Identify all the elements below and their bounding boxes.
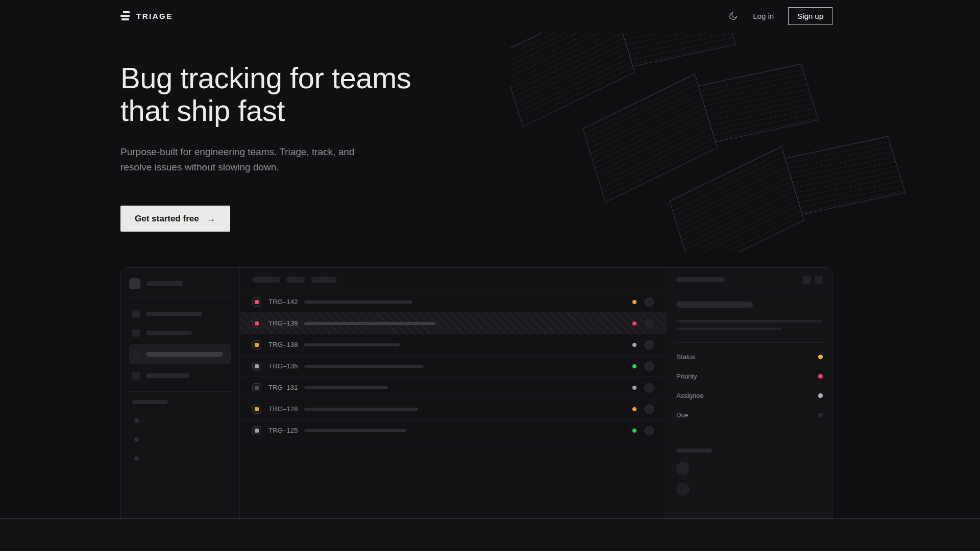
issue-id: TRG–125	[268, 427, 298, 434]
get-started-button[interactable]: Get started free →	[120, 206, 230, 232]
field-label: Priority	[676, 372, 697, 380]
assignee-avatar	[644, 340, 654, 350]
brand[interactable]: TRIAGE	[120, 11, 173, 20]
sidebar-bullet	[134, 437, 139, 442]
field-value-dot	[818, 413, 823, 417]
issue-type-icon	[252, 383, 261, 392]
sidebar-bullet	[134, 418, 139, 423]
mockup-sidebar	[121, 268, 240, 518]
assignee-avatar	[644, 361, 654, 371]
issue-type-icon	[252, 426, 261, 435]
detail-field-row: Status	[676, 347, 823, 366]
issue-id: TRG–131	[268, 384, 298, 391]
detail-fields: Status Priority Assignee Due	[676, 347, 823, 424]
assignee-avatar	[644, 383, 654, 393]
assignee-avatar	[644, 318, 654, 329]
issue-list-panel: TRG–142 TRG–139 TRG–138 TRG–135 TRG–131	[240, 268, 667, 518]
detail-field-row: Priority	[676, 366, 823, 386]
issue-id: TRG–139	[268, 319, 298, 327]
detail-section-label-skeleton	[676, 448, 712, 453]
field-label: Due	[676, 411, 689, 419]
assignee-avatar	[644, 297, 654, 307]
hero-section: Bug tracking for teams that ship fast Pu…	[120, 32, 832, 232]
issue-row: TRG–125	[240, 420, 667, 441]
status-dot	[632, 407, 636, 411]
issue-type-icon	[252, 319, 261, 328]
sidebar-section-label-skeleton	[132, 400, 168, 404]
nav-actions: Log in Sign up	[727, 7, 832, 25]
detail-text-skeleton	[676, 328, 782, 330]
issue-title-skeleton	[304, 300, 412, 304]
assignee-avatar	[644, 404, 654, 414]
issue-title-skeleton	[304, 408, 418, 411]
issue-list: TRG–142 TRG–139 TRG–138 TRG–135 TRG–131	[240, 291, 667, 441]
workspace-switcher-skeleton	[129, 278, 231, 289]
field-value-dot	[818, 393, 823, 398]
signup-button[interactable]: Sign up	[788, 7, 832, 25]
hero-title: Bug tracking for teams that ship fast	[120, 62, 832, 127]
triage-logo-icon	[120, 11, 131, 20]
sidebar-item-active-skeleton	[129, 344, 231, 364]
top-navbar: TRIAGE Log in Sign up	[0, 0, 980, 32]
detail-text-skeleton	[676, 320, 823, 322]
field-value-dot	[818, 355, 823, 359]
issue-row: TRG–135	[240, 356, 667, 377]
comment-avatar-skeleton	[676, 483, 690, 496]
app-mockup: TRG–142 TRG–139 TRG–138 TRG–135 TRG–131	[120, 267, 832, 518]
issue-title-skeleton	[304, 365, 424, 368]
issue-detail-panel: Status Priority Assignee Due	[667, 268, 832, 518]
field-label: Assignee	[676, 392, 703, 399]
detail-header	[667, 268, 832, 291]
footer	[0, 518, 980, 551]
sidebar-bullet	[134, 456, 139, 461]
brand-name: TRIAGE	[136, 12, 173, 20]
assignee-avatar	[644, 425, 654, 436]
issue-type-icon	[252, 405, 261, 414]
detail-title-skeleton	[676, 302, 753, 308]
issue-id: TRG–138	[268, 341, 298, 348]
issue-title-skeleton	[304, 429, 406, 432]
issue-type-icon	[252, 340, 261, 349]
issue-list-header	[240, 268, 667, 291]
issue-title-skeleton	[304, 343, 400, 346]
status-dot	[632, 429, 636, 433]
workspace-avatar	[129, 278, 140, 289]
status-dot	[632, 343, 636, 347]
issue-type-icon	[252, 297, 261, 307]
status-dot	[632, 386, 636, 390]
issue-id: TRG–142	[268, 298, 298, 306]
moon-icon[interactable]	[727, 10, 739, 21]
issue-row: TRG–128	[240, 398, 667, 420]
detail-field-row: Due	[676, 405, 823, 424]
field-label: Status	[676, 353, 695, 361]
sidebar-item-skeleton	[129, 368, 231, 383]
issue-id: TRG–135	[268, 362, 298, 370]
field-value-dot	[818, 374, 823, 379]
status-dot	[632, 364, 636, 368]
status-dot	[632, 321, 636, 325]
detail-header-buttons	[803, 276, 823, 284]
hero-subtitle: Purpose-built for engineering teams. Tri…	[120, 144, 832, 175]
issue-row: TRG–142	[240, 291, 667, 313]
login-link[interactable]: Log in	[753, 12, 774, 20]
sidebar-item-skeleton	[129, 325, 231, 340]
issue-id: TRG–128	[268, 405, 298, 413]
issue-row: TRG–139	[240, 313, 667, 334]
issue-row: TRG–131	[240, 377, 667, 398]
issue-title-skeleton	[304, 322, 435, 325]
detail-field-row: Assignee	[676, 386, 823, 405]
sidebar-item-skeleton	[129, 306, 231, 321]
issue-type-icon	[252, 362, 261, 371]
comment-avatar-skeleton	[676, 462, 690, 475]
arrow-right-icon: →	[206, 213, 216, 224]
issue-title-skeleton	[304, 386, 388, 389]
status-dot	[632, 300, 636, 304]
issue-row: TRG–138	[240, 334, 667, 356]
